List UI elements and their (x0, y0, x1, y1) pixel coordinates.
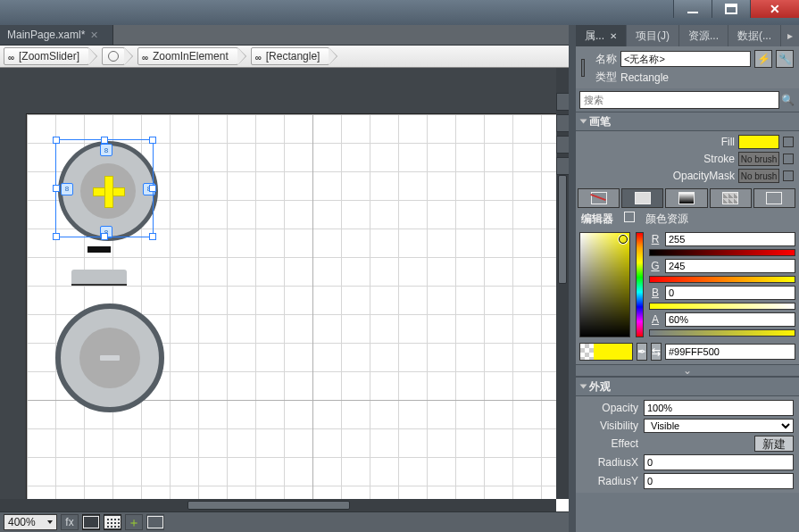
artboard: 8 8 8 8 (27, 114, 569, 511)
breadcrumb-rectangle[interactable]: [Rectangle] (251, 47, 330, 65)
plus-icon: ＋ (128, 518, 140, 527)
type-value: Rectangle (620, 71, 669, 84)
eyedropper-button[interactable]: ✒ (637, 343, 647, 361)
dock-button[interactable] (556, 136, 569, 154)
window-minimize-button[interactable] (673, 0, 712, 18)
brush-type-toolbar (576, 187, 799, 210)
breadcrumb-label: [Rectangle] (266, 50, 320, 62)
zoom-combo[interactable]: 400% (4, 514, 57, 530)
breadcrumb-label: ZoomInElement (153, 50, 229, 62)
eyedropper-icon: ✒ (637, 345, 646, 358)
g-input[interactable] (665, 259, 795, 273)
swap-colors-button[interactable]: ⇆ (651, 343, 662, 361)
grip-rect (71, 270, 127, 286)
advanced-marker[interactable] (783, 137, 794, 147)
dock-button[interactable] (556, 157, 569, 175)
effects-icon: fx (65, 516, 73, 528)
tab-properties[interactable]: 属...✕ (576, 25, 627, 46)
section-brush-header[interactable]: 画笔 (576, 112, 799, 131)
right-panel-tabs: 属...✕ 项目(J) 资源... 数据(... ▸ (576, 25, 799, 46)
dock-button[interactable] (556, 114, 569, 132)
view-tool-5[interactable] (146, 514, 164, 530)
view-tool-2[interactable] (82, 514, 100, 530)
wrench-icon: 🔧 (778, 53, 792, 65)
color-sv-picker[interactable] (579, 232, 630, 337)
infinity-icon (8, 51, 17, 60)
infinity-icon (255, 51, 264, 60)
swap-icon: ⇆ (652, 345, 661, 358)
brush-type-resource[interactable] (753, 188, 795, 208)
brush-fill-row[interactable]: Fill (581, 135, 794, 149)
search-icon: 🔍 (779, 92, 795, 108)
property-search-input[interactable] (579, 91, 779, 109)
b-input[interactable] (665, 286, 795, 300)
visibility-select[interactable]: Visible (644, 419, 794, 433)
lightning-icon: ⚡ (757, 53, 770, 65)
name-input[interactable] (620, 51, 751, 67)
breadcrumb-label: [ZoomSlider] (19, 50, 79, 62)
breadcrumb-zoomslider[interactable]: [ZoomSlider] (4, 47, 89, 65)
breadcrumb-bar: [ZoomSlider] ZoomInElement [Rectangle] (0, 46, 569, 68)
radiusx-input[interactable] (644, 454, 794, 470)
zoom-out-knob (55, 303, 164, 412)
target-icon (108, 51, 119, 62)
window-close-button[interactable]: ✕ (750, 0, 799, 18)
brush-type-none[interactable] (578, 188, 620, 208)
infinity-icon (142, 51, 151, 60)
color-preview-swatch (579, 343, 633, 361)
section-expander[interactable]: ⌄ (576, 364, 799, 377)
design-canvas[interactable]: 8 8 8 8 (0, 68, 569, 511)
document-tab-title: MainPage.xaml* (7, 29, 85, 41)
view-tool-3[interactable] (104, 514, 121, 530)
document-tab[interactable]: MainPage.xaml* ✕ (0, 25, 113, 45)
picker-editor-tab[interactable]: 编辑器 (578, 212, 617, 227)
tab-resources[interactable]: 资源... (679, 25, 728, 46)
r-input[interactable] (665, 232, 795, 246)
expand-icon (580, 385, 587, 389)
view-events-button[interactable]: ⚡ (754, 50, 772, 68)
document-tab-close-icon[interactable]: ✕ (90, 29, 98, 41)
tab-data[interactable]: 数据(... (728, 25, 781, 46)
view-tool-1[interactable]: fx (61, 514, 79, 530)
hex-input[interactable] (665, 344, 795, 360)
brush-opacitymask-row[interactable]: OpacityMask No brush (581, 169, 794, 183)
window-titlebar: ✕ (0, 0, 799, 25)
breadcrumb-target[interactable] (102, 47, 125, 65)
tab-marker (624, 212, 635, 222)
brush-type-gradient[interactable] (665, 188, 707, 208)
dock-button[interactable] (556, 93, 569, 111)
document-tab-bar: MainPage.xaml* ✕ (0, 25, 569, 46)
selection-outline[interactable] (55, 139, 154, 237)
brush-type-solid[interactable] (621, 188, 663, 208)
window-maximize-button[interactable] (712, 0, 750, 18)
hue-slider[interactable] (636, 232, 644, 337)
minimize-icon (687, 12, 698, 13)
selected-object-header: 名称 ⚡ 🔧 类型 Rectangle (576, 46, 799, 88)
expand-icon (580, 120, 587, 124)
tabs-overflow-button[interactable]: ▸ (781, 25, 799, 46)
close-icon: ✕ (770, 3, 780, 15)
view-properties-button[interactable]: 🔧 (776, 50, 794, 68)
view-tool-4[interactable]: ＋ (125, 514, 143, 530)
effect-new-button[interactable]: 新建 (754, 436, 794, 452)
breadcrumb-zoominelement[interactable]: ZoomInElement (137, 47, 238, 65)
section-appearance-header[interactable]: 外观 (576, 377, 799, 396)
a-input[interactable] (665, 312, 795, 327)
small-black-rect (87, 246, 111, 253)
brush-type-tile[interactable] (710, 188, 752, 208)
name-label: 名称 (590, 52, 617, 67)
panel-splitter[interactable] (569, 25, 576, 532)
object-type-swatch (581, 59, 585, 77)
advanced-marker[interactable] (783, 154, 794, 164)
picker-mode-tabs: 编辑器 颜色资源 (576, 210, 799, 229)
brush-stroke-row[interactable]: Stroke No brush (581, 152, 794, 166)
opacity-input[interactable] (644, 400, 794, 416)
advanced-marker[interactable] (783, 170, 794, 181)
picker-resource-tab[interactable]: 颜色资源 (642, 212, 692, 227)
type-label: 类型 (590, 70, 617, 85)
horizontal-scrollbar[interactable] (0, 499, 556, 511)
grid-icon (83, 516, 99, 528)
tab-project[interactable]: 项目(J) (627, 25, 679, 46)
box-icon (147, 516, 163, 528)
radiusy-input[interactable] (644, 473, 794, 489)
